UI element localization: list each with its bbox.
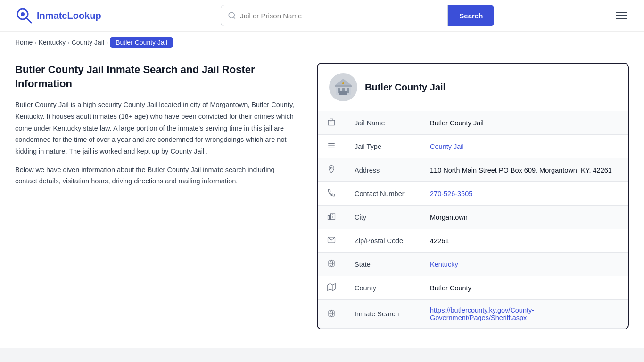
row-value[interactable]: 270-526-3505 bbox=[421, 182, 628, 206]
row-value[interactable]: Kentucky bbox=[421, 253, 628, 276]
table-row: Address110 North Main Street PO Box 609,… bbox=[318, 158, 628, 182]
svg-rect-11 bbox=[339, 91, 347, 95]
info-table: Jail NameButler County JailJail TypeCoun… bbox=[318, 111, 628, 329]
globe-icon bbox=[318, 253, 345, 276]
logo-icon bbox=[15, 7, 33, 25]
search-globe-icon bbox=[318, 300, 345, 329]
breadcrumb-home[interactable]: Home bbox=[15, 39, 33, 46]
card-header: Butler County Jail bbox=[318, 64, 628, 111]
row-value: 110 North Main Street PO Box 609, Morgan… bbox=[421, 158, 628, 182]
breadcrumb-sep-1: › bbox=[34, 39, 36, 46]
table-row: Contact Number270-526-3505 bbox=[318, 182, 628, 206]
info-card: Butler County Jail Jail NameButler Count… bbox=[317, 63, 629, 329]
svg-point-2 bbox=[21, 12, 25, 16]
list-icon bbox=[318, 135, 345, 158]
table-row: CityMorgantown bbox=[318, 206, 628, 229]
table-row: Zip/Postal Code42261 bbox=[318, 229, 628, 253]
row-value: Butler County bbox=[421, 276, 628, 300]
breadcrumb-type[interactable]: County Jail bbox=[72, 39, 104, 46]
breadcrumb-sep-3: › bbox=[106, 39, 108, 46]
row-label: Contact Number bbox=[345, 182, 421, 206]
city-icon bbox=[318, 206, 345, 229]
table-row: CountyButler County bbox=[318, 276, 628, 300]
site-header: InmateLookup Search bbox=[0, 0, 644, 32]
row-label: Zip/Postal Code bbox=[345, 229, 421, 253]
row-value: Morgantown bbox=[421, 206, 628, 229]
svg-marker-24 bbox=[328, 284, 336, 291]
row-link[interactable]: 270-526-3505 bbox=[430, 190, 472, 197]
footer-bar bbox=[0, 348, 644, 362]
svg-line-4 bbox=[234, 17, 235, 18]
row-link[interactable]: https://butlercounty.ky.gov/County-Gover… bbox=[430, 306, 534, 321]
search-form: Search bbox=[221, 5, 494, 26]
map-icon bbox=[318, 276, 345, 300]
jail-avatar bbox=[329, 73, 357, 101]
row-link[interactable]: Kentucky bbox=[430, 261, 458, 268]
row-label: City bbox=[345, 206, 421, 229]
building-icon bbox=[318, 111, 345, 135]
svg-point-12 bbox=[342, 82, 344, 84]
breadcrumb-state[interactable]: Kentucky bbox=[39, 39, 66, 46]
location-icon bbox=[318, 158, 345, 182]
description-para-1: Butler County Jail is a high security Co… bbox=[15, 99, 298, 157]
mail-icon bbox=[318, 229, 345, 253]
row-label: Jail Name bbox=[345, 111, 421, 135]
courthouse-icon bbox=[333, 77, 354, 98]
row-label: County bbox=[345, 276, 421, 300]
table-row: Jail NameButler County Jail bbox=[318, 111, 628, 135]
svg-rect-6 bbox=[335, 85, 352, 87]
search-input[interactable] bbox=[240, 12, 441, 20]
card-title: Butler County Jail bbox=[365, 82, 446, 93]
table-row: Jail TypeCounty Jail bbox=[318, 135, 628, 158]
page-title: Butler County Jail Inmate Search and Jai… bbox=[15, 63, 298, 90]
breadcrumb-sep-2: › bbox=[67, 39, 69, 46]
search-input-wrap bbox=[221, 5, 448, 26]
menu-button[interactable] bbox=[614, 10, 629, 21]
svg-line-1 bbox=[26, 18, 31, 23]
row-link[interactable]: County Jail bbox=[430, 143, 464, 150]
phone-icon bbox=[318, 182, 345, 206]
table-row: StateKentucky bbox=[318, 253, 628, 276]
row-label: Address bbox=[345, 158, 421, 182]
breadcrumb: Home › Kentucky › County Jail › Butler C… bbox=[0, 32, 644, 53]
svg-point-17 bbox=[330, 167, 332, 169]
search-button[interactable]: Search bbox=[448, 5, 494, 26]
logo-text: InmateLookup bbox=[37, 10, 101, 21]
row-label: Jail Type bbox=[345, 135, 421, 158]
row-label: State bbox=[345, 253, 421, 276]
hamburger-line bbox=[616, 12, 627, 13]
svg-rect-10 bbox=[347, 88, 349, 93]
breadcrumb-current: Butler County Jail bbox=[110, 37, 173, 48]
row-value: 42261 bbox=[421, 229, 628, 253]
row-value[interactable]: County Jail bbox=[421, 135, 628, 158]
search-icon bbox=[228, 11, 236, 20]
svg-rect-13 bbox=[328, 120, 335, 125]
hamburger-line bbox=[616, 15, 627, 16]
description-para-2: Below we have given information about th… bbox=[15, 164, 298, 187]
main-content: Butler County Jail Inmate Search and Jai… bbox=[0, 53, 644, 348]
table-row: Inmate Searchhttps://butlercounty.ky.gov… bbox=[318, 300, 628, 329]
row-value: Butler County Jail bbox=[421, 111, 628, 135]
logo-link[interactable]: InmateLookup bbox=[15, 7, 101, 25]
hamburger-line bbox=[616, 18, 627, 19]
left-column: Butler County Jail Inmate Search and Jai… bbox=[15, 63, 317, 194]
row-value[interactable]: https://butlercounty.ky.gov/County-Gover… bbox=[421, 300, 628, 329]
row-label: Inmate Search bbox=[345, 300, 421, 329]
svg-point-3 bbox=[229, 12, 235, 18]
